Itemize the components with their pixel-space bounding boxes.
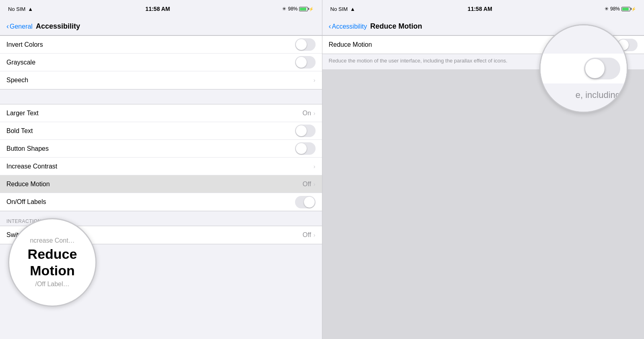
row-reduce-motion[interactable]: Reduce Motion Off › [0, 175, 322, 193]
larger-text-value: On [302, 110, 311, 117]
grayscale-label: Grayscale [6, 59, 295, 66]
back-chevron-icon: ‹ [6, 22, 9, 31]
onoff-labels-toggle[interactable] [295, 196, 316, 208]
left-status-left: No SIM ▲ [8, 6, 33, 12]
increase-contrast-chevron-icon: › [314, 163, 316, 170]
toggle-thumb [296, 143, 307, 154]
larger-text-chevron-icon: › [314, 110, 316, 116]
right-status-left: No SIM ▲ [330, 6, 355, 12]
left-nav-bar: ‹ General Accessibility [0, 18, 322, 35]
left-nav-title: Accessibility [36, 22, 80, 31]
button-shapes-toggle[interactable] [295, 142, 316, 155]
left-status-time: 11:58 AM [145, 6, 170, 12]
speech-label: Speech [6, 77, 314, 84]
left-status-right: ✳ 98% ⚡ [282, 6, 314, 12]
bold-text-label: Bold Text [6, 127, 295, 135]
magnifier-main-label: Reduce Motion [12, 246, 92, 279]
right-status-right: ✳ 98% ⚡ [605, 6, 636, 12]
magnifier-including-text: e, including [576, 90, 620, 100]
back-label: General [10, 23, 33, 30]
battery-icon: ⚡ [299, 7, 314, 11]
right-magnifier-inner: e, including [541, 25, 627, 112]
left-back-button[interactable]: ‹ General [6, 22, 33, 31]
switch-control-value: Off [303, 231, 311, 239]
left-status-bar: No SIM ▲ 11:58 AM ✳ 98% ⚡ [0, 0, 322, 18]
wifi-icon: ▲ [28, 6, 33, 12]
toggle-thumb [296, 57, 307, 68]
right-status-time: 11:58 AM [468, 6, 492, 12]
row-invert-colors[interactable]: Invert Colors [0, 36, 322, 54]
row-button-shapes[interactable]: Button Shapes [0, 140, 322, 158]
right-back-label: Accessibility [332, 23, 367, 30]
row-larger-text[interactable]: Larger Text On › [0, 104, 322, 122]
battery-percent-label: 98% [288, 6, 297, 12]
grayscale-toggle[interactable] [295, 56, 316, 69]
text-group: Larger Text On › Bold Text Button Shapes… [0, 104, 322, 211]
right-battery-percent: 98% [610, 6, 620, 12]
toggle-thumb [296, 125, 307, 136]
magnifier-toggle-thumb [585, 59, 605, 78]
reduce-motion-desc-text: Reduce the motion of the user interface,… [329, 58, 508, 64]
increase-contrast-label: Increase Contrast [6, 163, 314, 170]
toggle-thumb [304, 197, 315, 208]
right-panel: No SIM ▲ 11:58 AM ✳ 98% ⚡ ‹ Accessibilit… [322, 0, 644, 339]
right-status-bar: No SIM ▲ 11:58 AM ✳ 98% ⚡ [322, 0, 644, 18]
invert-colors-label: Invert Colors [6, 41, 295, 48]
right-back-chevron-icon: ‹ [329, 22, 331, 31]
magnifier-top-label: ncrease Cont… [12, 237, 92, 244]
right-back-button[interactable]: ‹ Accessibility [329, 22, 367, 31]
group-separator-1 [0, 89, 322, 104]
left-magnifier: ncrease Cont… Reduce Motion /Off Label… [8, 218, 97, 307]
left-panel: No SIM ▲ 11:58 AM ✳ 98% ⚡ ‹ General Acce… [0, 0, 322, 339]
right-carrier-label: No SIM [330, 6, 348, 12]
magnifier-toggle-large [584, 58, 620, 79]
right-battery-icon: ⚡ [621, 7, 636, 11]
reduce-motion-list-value: Off [303, 181, 311, 188]
magnifier-bottom-label: /Off Label… [12, 281, 92, 288]
bold-text-toggle[interactable] [295, 125, 316, 137]
row-onoff-labels[interactable]: On/Off Labels [0, 193, 322, 211]
right-bluetooth-icon: ✳ [605, 6, 609, 12]
reduce-motion-list-label: Reduce Motion [6, 181, 303, 188]
larger-text-label: Larger Text [6, 110, 302, 117]
carrier-label: No SIM [8, 6, 25, 12]
onoff-labels-label: On/Off Labels [6, 198, 295, 206]
bluetooth-icon: ✳ [282, 6, 286, 12]
right-magnifier: e, including [539, 24, 628, 113]
invert-colors-toggle[interactable] [295, 38, 316, 51]
switch-control-chevron-icon: › [314, 232, 316, 238]
right-nav-title: Reduce Motion [370, 22, 422, 31]
row-increase-contrast[interactable]: Increase Contrast › [0, 158, 322, 175]
right-wifi-icon: ▲ [350, 6, 355, 12]
button-shapes-label: Button Shapes [6, 145, 295, 152]
vision-group: Invert Colors Grayscale Speech › [0, 35, 322, 89]
row-speech[interactable]: Speech › [0, 71, 322, 89]
toggle-thumb [296, 39, 307, 50]
row-grayscale[interactable]: Grayscale [0, 54, 322, 71]
row-bold-text[interactable]: Bold Text [0, 122, 322, 140]
reduce-motion-chevron-icon: › [314, 181, 316, 187]
speech-chevron-icon: › [314, 77, 316, 83]
